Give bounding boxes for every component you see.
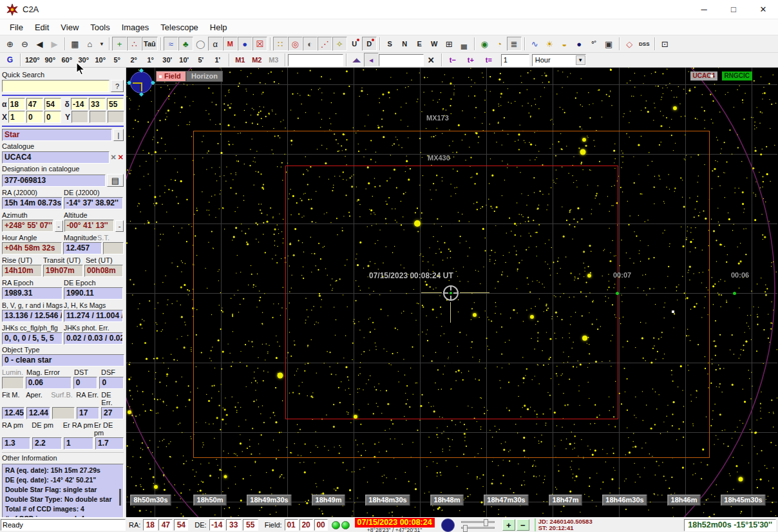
status-field-field-0[interactable]: 01 [285, 519, 298, 531]
horizon-fill-button[interactable]: ▄ [457, 37, 471, 51]
dome-dropdown-button[interactable]: ▼ [97, 37, 106, 51]
star-names-button[interactable]: Taû [142, 37, 158, 51]
x-coord-field-0[interactable] [8, 111, 25, 123]
slider-knob[interactable] [463, 525, 468, 532]
panel-collapse-button[interactable]: | [113, 129, 124, 141]
delta-field-1[interactable] [89, 98, 106, 110]
zoom-preset-5deg[interactable]: 5° [109, 54, 126, 66]
face-north-button[interactable]: N [397, 37, 412, 51]
status-de-field-0[interactable]: -14 [209, 519, 225, 531]
time-back-button[interactable]: t− [444, 54, 461, 66]
chevron-down-icon[interactable]: ▼ [576, 55, 585, 65]
time-forward-button[interactable]: t+ [462, 54, 479, 66]
badge-rngcic[interactable]: RNGCIC [722, 71, 752, 81]
dss-field-labels-button[interactable]: D [362, 37, 377, 51]
clear-rotation-button[interactable]: ✕ [424, 53, 439, 67]
dome-view-button[interactable]: ⌂ [82, 37, 97, 51]
center-field-button[interactable]: + [112, 37, 127, 51]
asteroids-button[interactable]: ⋰ [318, 37, 332, 51]
menu-tools[interactable]: Tools [84, 21, 115, 34]
comets-button[interactable]: ✧ [332, 37, 347, 51]
catalogue-next-icon[interactable]: ✕ [118, 153, 124, 162]
catalogue-prev-icon[interactable]: ✕ [111, 153, 117, 162]
satellites-button[interactable]: °˚ [587, 37, 602, 51]
delta-field-0[interactable] [71, 98, 88, 110]
time-step-field[interactable] [501, 54, 529, 66]
x-coord-field-1[interactable] [26, 111, 43, 123]
other-info-box[interactable]: RA (eq. date): 15h 15m 27.29sDE (eq. dat… [2, 464, 124, 526]
zoom-out-button[interactable]: ⊖ [17, 37, 32, 51]
menu-edit[interactable]: Edit [29, 21, 55, 34]
minimize-button[interactable]: ─ [689, 0, 719, 19]
zoom-preset-30deg[interactable]: 30° [75, 54, 92, 66]
menu-file[interactable]: File [4, 21, 29, 34]
zoom-preset-30min[interactable]: 30' [159, 54, 176, 66]
close-button[interactable]: ✕ [748, 0, 778, 19]
print-button[interactable]: ▤ [107, 174, 124, 187]
time-now-button[interactable]: t= [480, 54, 497, 66]
status-field-field-1[interactable]: 20 [299, 519, 313, 531]
sun-button[interactable]: ☀ [542, 37, 557, 51]
x-coord-field-2[interactable] [44, 111, 61, 123]
bayer-letters-button[interactable]: α [208, 37, 223, 51]
marker-m3-button[interactable]: M3 [265, 54, 282, 66]
compass-rose[interactable] [128, 69, 155, 96]
flip-horizontal-button[interactable]: ◢◣ [349, 53, 364, 67]
menu-help[interactable]: Help [204, 21, 233, 34]
nav-back-button[interactable]: ◀ [32, 37, 47, 51]
quick-search-input[interactable] [2, 80, 109, 92]
time-slider[interactable] [461, 521, 495, 523]
constellation-figures-button[interactable]: ≈ [164, 37, 178, 51]
grid-toggle-button[interactable]: ▦ [68, 37, 82, 51]
delta-field-2[interactable] [107, 98, 124, 110]
status-ra-field-1[interactable]: 47 [158, 519, 173, 531]
status-field-field-2[interactable]: 00 [314, 519, 328, 531]
horizon-landscape-button[interactable]: ♣ [178, 37, 193, 51]
zoom-plus-button[interactable]: + [502, 519, 515, 531]
twilight-button[interactable]: ◒ [557, 37, 572, 51]
marker-field[interactable] [288, 54, 343, 66]
menu-telescope[interactable]: Telescope [155, 21, 204, 34]
zoom-minus-button[interactable]: − [517, 519, 529, 531]
status-de-field-1[interactable]: 33 [226, 519, 242, 531]
time-unit-select[interactable]: Hour ▼ [532, 54, 586, 66]
face-south-button[interactable]: S [383, 37, 397, 51]
object-info-panel-button[interactable]: ≣ [507, 37, 522, 51]
nebula-outlines-button[interactable]: ◯ [193, 37, 208, 51]
slider-knob[interactable] [484, 519, 488, 526]
time-settings-button[interactable]: ◔ [492, 37, 507, 51]
night-vision-button[interactable]: ● [572, 37, 587, 51]
zoom-preset-1deg[interactable]: 1° [142, 54, 159, 66]
flip-vertical-button[interactable]: ◄ [364, 53, 379, 67]
azimuth-more-button[interactable]: - [55, 220, 63, 232]
zoom-preset-120deg[interactable]: 120° [23, 54, 42, 66]
zoom-preset-10min[interactable]: 10' [176, 54, 193, 66]
catalogue-field[interactable]: UCAC4 [2, 151, 109, 164]
night-mode-indicator[interactable] [441, 518, 455, 532]
face-west-button[interactable]: W [427, 37, 442, 51]
alpha-field-1[interactable] [26, 98, 43, 110]
telescope-control-button[interactable]: ⊡ [658, 37, 672, 51]
scrollbar-thumb[interactable] [119, 489, 121, 506]
zoom-in-button[interactable]: ⊕ [3, 37, 17, 51]
moon-phases-button[interactable]: ◐ [303, 37, 318, 51]
zoom-preset-90deg[interactable]: 90° [42, 54, 59, 66]
frame-marker-button[interactable]: ☒ [252, 37, 267, 51]
status-de-field-2[interactable]: 55 [243, 519, 258, 531]
ephemerides-button[interactable]: ∿ [527, 37, 542, 51]
alpha-field-0[interactable] [8, 98, 25, 110]
rotation-field[interactable] [379, 54, 424, 66]
zoom-preset-60deg[interactable]: 60° [59, 54, 75, 66]
sky-chart[interactable]: Field Horizon UCAC4 RNGCIC MX173 MX430 0… [126, 68, 778, 517]
altitude-more-button[interactable]: - [115, 220, 124, 232]
star-clusters-button[interactable]: ∷ [273, 37, 288, 51]
menu-images[interactable]: Images [116, 21, 155, 34]
tab-horizon[interactable]: Horizon [186, 71, 223, 82]
earth-map-button[interactable]: ◉ [477, 37, 492, 51]
menu-view[interactable]: View [55, 21, 84, 34]
tab-field[interactable]: Field [156, 71, 186, 82]
galaxies-button[interactable]: ◎ [288, 37, 303, 51]
face-east-button[interactable]: E [412, 37, 427, 51]
zoom-preset-1min[interactable]: 1' [209, 54, 226, 66]
messier-labels-button[interactable]: M [223, 37, 238, 51]
